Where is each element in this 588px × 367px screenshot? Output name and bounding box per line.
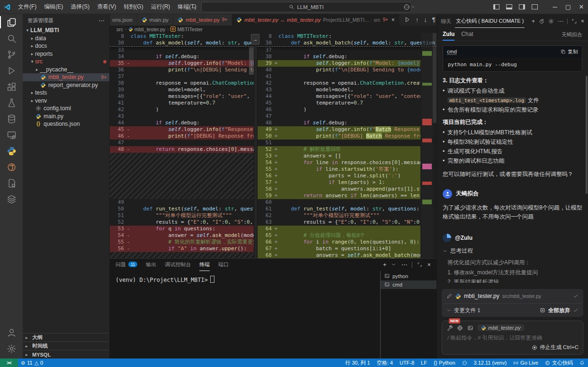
explorer-more-actions-button[interactable]: ⋯ [98,17,105,24]
forward-button[interactable]: → [189,3,197,10]
editor-scrollbar[interactable] [433,33,437,123]
tree-item-tests[interactable]: ▸tests [23,89,109,97]
tree-item-reports[interactable]: ▸reports [23,50,109,58]
accept-all-icon[interactable] [573,307,579,313]
discard-all-button[interactable]: 全部放弃 [548,307,570,314]
new-chat-button[interactable]: + [532,18,535,24]
minimize-button[interactable]: ─ [548,3,561,10]
toggle-secondary-sidebar-icon[interactable] [519,4,525,9]
sidebar-section-大纲[interactable]: ▸大纲 [23,333,109,341]
comate-title-tab[interactable]: 文心快码 ( BAIDU COMATE ) [455,15,525,28]
editor-tab-ons.json[interactable]: ons.json [110,14,137,26]
tree-item-main.py[interactable]: main.py [23,113,109,121]
go-live[interactable]: Go Live [510,360,542,366]
panel-tab-输出[interactable]: 输出 [146,259,156,271]
changed-file-name[interactable]: mbti_tester.py [464,293,499,299]
menu-item-编辑E[interactable]: 编辑(E) [40,3,67,11]
copy-code-button[interactable]: 复制 [561,48,578,55]
tree-item-config.toml[interactable]: config.toml [23,105,109,113]
image-icon[interactable] [467,325,473,331]
problems-status[interactable]: ⊘ 11 △ 0 [18,358,46,367]
editor-scrollbar[interactable] [249,47,254,75]
panel-tab-端口[interactable]: 端口 [218,259,229,271]
indentation[interactable]: 空格: 4 [374,359,396,367]
editor-tab-mbti_tester.py[interactable]: mbti_tester.py9+ [173,14,232,26]
diff-editor-original[interactable]: 8class MBTITester:30 def ask_model(self,… [110,33,254,258]
search-input[interactable]: LLM_MBTI [201,2,411,12]
editor-tab-mbti_tester.py ↔ mbti_tester.py[interactable]: mbti_tester.py ↔ mbti_tester.pyProject\L… [232,14,400,26]
accept-file-icon[interactable] [573,293,579,299]
back-button[interactable]: ← [177,3,185,10]
context-file-chip[interactable]: mbti_tester.py [478,324,524,331]
copilot-status[interactable] [459,360,471,366]
close-panel-button[interactable]: × [427,262,431,268]
activity-item-files[interactable] [0,14,23,30]
close-icon[interactable]: × [392,17,395,23]
subtab-Zulu[interactable]: Zulu [443,28,454,41]
activity-item-account[interactable] [0,324,23,341]
expand-button[interactable] [571,18,577,24]
terminal-instance-python[interactable]: python [381,272,437,280]
cursor-position[interactable]: 行 30, 列 1 [342,359,374,367]
chevron-down-icon[interactable] [446,308,451,313]
sidebar-section-时间线[interactable]: ▸时间线 [23,341,109,350]
toggle-panel-icon[interactable] [506,4,512,9]
activity-item-remote-explorer[interactable] [0,127,23,143]
menu-item-文件F[interactable]: 文件(F) [14,3,40,11]
stop-generating-button[interactable]: 停止生成 Ctrl+C [446,344,579,351]
breadcrumb-item-MBTITester[interactable]: MBTITester [170,26,203,32]
menu-item-运行R[interactable]: 运行(R) [147,3,174,11]
skills-wrench-icon[interactable] [446,325,453,331]
panel-tab-调试控制台[interactable]: 调试控制台 [165,259,191,271]
tree-item-mbti_tester.py[interactable]: mbti_tester.py9+ [23,73,109,81]
menu-item-转到G[interactable]: 转到(G) [120,3,147,11]
terminal-instance-cmd[interactable]: cmd [381,280,437,289]
thought-process-toggle[interactable]: 思考过程 [443,247,582,255]
chat-scrollbar[interactable] [586,76,588,194]
activity-item-layers[interactable] [0,191,23,207]
tree-item-docs[interactable]: ▸docs [23,42,109,50]
panel-tab-终端[interactable]: 终端 [199,259,210,271]
toggle-whitespace-button[interactable]: ¶ [432,17,436,23]
tree-item-__pycache__[interactable]: ▸__pycache__ [23,66,109,74]
diff-editor-modified[interactable]: 8class MBTITester:30 def ask_model_batch… [258,33,437,258]
chat-tab[interactable]: 聊天 [441,18,451,25]
history-button[interactable] [539,18,544,24]
run-python-file-button[interactable] [404,17,410,23]
previous-change-button[interactable]: ↑ [416,17,419,23]
changed-files-summary[interactable]: 变更文件 1 [454,307,481,314]
tree-item-data[interactable]: ▸data [23,35,109,43]
next-change-button[interactable]: ↓ [424,17,427,23]
tree-item-venv[interactable]: ▸venv [23,97,109,105]
maximize-button[interactable]: ▢ [561,3,575,10]
tree-item-LLM_MBTI[interactable]: ▾LLM_MBTI [23,26,109,35]
notifications[interactable] [576,360,588,366]
customize-layout-icon[interactable] [532,4,538,9]
activity-item-python[interactable] [0,143,23,159]
new-terminal-button[interactable]: + [383,262,387,268]
panel-tab-问题[interactable]: 问题11 [116,259,137,271]
close-button[interactable]: × [581,18,584,24]
terminal-profile-dropdown[interactable] [391,262,396,267]
menu-item-查看V[interactable]: 查看(V) [93,3,120,11]
diff-swap-button[interactable]: → [251,34,259,44]
menu-item-选择S[interactable]: 选择(S) [67,3,93,11]
web-globe-icon[interactable] [457,325,463,331]
diff-divider[interactable]: → [254,33,258,258]
close-window-button[interactable]: ✕ [575,3,588,10]
eol[interactable]: LF [418,360,430,366]
activity-item-source-control[interactable] [0,46,23,62]
copilot-menu[interactable] [403,4,415,10]
activity-item-test-beaker[interactable] [0,95,23,111]
encoding[interactable]: UTF-8 [396,360,418,366]
activity-item-settings-gear[interactable] [0,341,23,357]
language-mode[interactable]: {}Python [430,360,459,366]
activity-item-anaconda[interactable] [0,159,23,175]
panel-more-actions-button[interactable]: ⋯ [401,262,407,268]
more-button[interactable]: ⋯ [558,18,563,24]
activity-item-search[interactable] [0,30,23,46]
tree-item-src[interactable]: ▾src [23,58,109,66]
chat-input[interactable] [446,334,580,341]
activity-item-extensions[interactable] [0,79,23,95]
minimap[interactable] [421,33,433,258]
